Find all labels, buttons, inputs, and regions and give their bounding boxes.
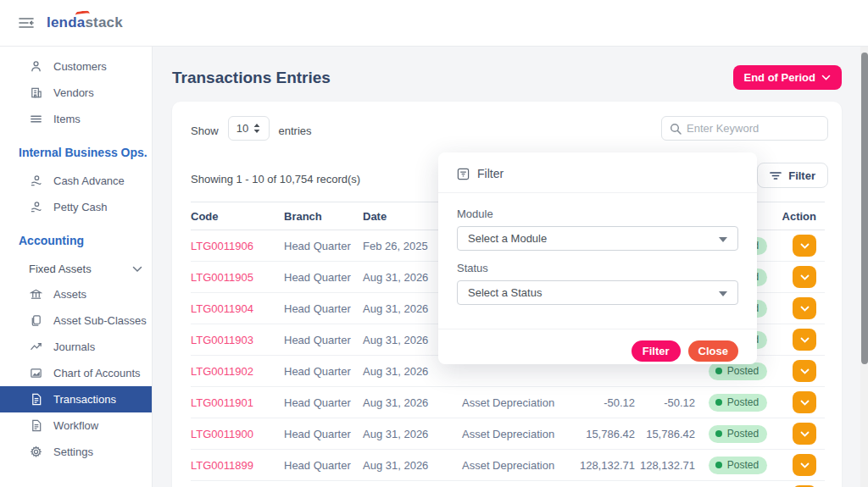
sidebar-item-label: Chart of Accounts: [53, 367, 141, 379]
table-controls: Show 10 entries: [191, 116, 828, 141]
row-action-button[interactable]: [793, 454, 816, 476]
chevron-down-icon: [800, 274, 810, 280]
workflow-icon: [29, 418, 43, 433]
branch-cell: Head Quarter: [284, 428, 363, 440]
sidebar-group-fixed-assets[interactable]: Fixed Assets: [0, 256, 152, 281]
status-dot-icon: [715, 399, 722, 406]
show-label: Show: [191, 125, 219, 137]
column-header-branch[interactable]: Branch: [284, 210, 363, 223]
vertical-scrollbar-track[interactable]: [860, 47, 868, 487]
row-action-button[interactable]: [793, 266, 816, 288]
end-of-period-button[interactable]: End of Period: [733, 65, 843, 90]
status-dot-icon: [715, 462, 722, 468]
transaction-code-link[interactable]: LTG0011905: [191, 271, 253, 284]
branch-cell: Head Quarter: [284, 365, 363, 378]
select-caret-icon: [719, 237, 727, 242]
sidebar-item-label: Cash Advance: [53, 174, 125, 187]
sidebar-item-label: Petty Cash: [53, 201, 108, 213]
filter-modal: Filter Module Select a Module Status Sel…: [438, 152, 757, 364]
module-cell: Asset Depreciation: [462, 396, 565, 409]
chevron-down-icon: [800, 400, 810, 406]
transaction-code-link[interactable]: LTG0011906: [191, 240, 253, 252]
branch-cell: Head Quarter: [284, 459, 363, 472]
chevron-down-icon: [800, 368, 810, 374]
status-select[interactable]: Select a Status: [457, 280, 738, 305]
transaction-code-link[interactable]: LTG0011899: [191, 459, 253, 472]
status-select-value: Select a Status: [468, 286, 542, 299]
status-label: Posted: [727, 459, 759, 471]
branch-cell: Head Quarter: [284, 302, 363, 315]
transaction-code-link[interactable]: LTG0011900: [191, 428, 253, 440]
sidebar-item-petty-cash[interactable]: Petty Cash: [0, 194, 152, 220]
select-caret-icon: [719, 291, 727, 296]
date-cell: Aug 31, 2026: [363, 428, 462, 440]
transaction-code-link[interactable]: LTG0011903: [191, 334, 253, 346]
transaction-code-link[interactable]: LTG0011901: [191, 396, 253, 409]
sidebar: Customers Vendors Items Internal Busines…: [0, 47, 153, 487]
apply-filter-button[interactable]: Filter: [632, 340, 681, 362]
sidebar-item-vendors[interactable]: Vendors: [0, 80, 152, 106]
sidebar-item-workflow[interactable]: Workflow: [0, 412, 152, 439]
sidebar-item-assets[interactable]: Assets: [0, 281, 152, 307]
row-action-button[interactable]: [793, 297, 816, 319]
sidebar-item-customers[interactable]: Customers: [0, 53, 152, 80]
app-logo[interactable]: lendastack: [47, 14, 123, 31]
sidebar-section-accounting: Accounting: [0, 220, 152, 256]
filter-toggle-button[interactable]: Filter: [757, 163, 828, 188]
chevron-down-icon: [800, 431, 810, 437]
module-select[interactable]: Select a Module: [457, 226, 738, 251]
assets-icon: [29, 287, 43, 302]
branch-cell: Head Quarter: [284, 240, 363, 252]
page-title: Transactions Entries: [172, 69, 331, 87]
table-row: LTG0011898 Head Quarter Aug 31, 2026 Ass…: [191, 481, 825, 487]
column-header-code[interactable]: Code: [191, 210, 284, 223]
row-action-button[interactable]: [793, 235, 816, 257]
row-action-button[interactable]: [793, 391, 816, 413]
row-action-button[interactable]: [793, 360, 816, 382]
sidebar-item-label: Assets: [53, 288, 86, 301]
credit-cell: -50.12: [635, 396, 695, 409]
search-input[interactable]: [687, 117, 822, 140]
sidebar-toggle-icon[interactable]: [17, 15, 36, 30]
sidebar-item-settings[interactable]: Settings: [0, 439, 152, 465]
filter-modal-footer: Filter Close: [438, 329, 757, 373]
status-badge: Posted: [709, 425, 767, 443]
sidebar-item-chart-of-accounts[interactable]: Chart of Accounts: [0, 360, 152, 386]
status-dot-icon: [715, 430, 722, 437]
sidebar-item-label: Transactions: [53, 393, 116, 406]
vertical-scrollbar-thumb[interactable]: [861, 53, 868, 364]
sidebar-item-journals[interactable]: Journals: [0, 334, 152, 360]
journals-icon: [29, 340, 43, 354]
row-action-button[interactable]: [793, 329, 816, 351]
sidebar-item-cash-advance[interactable]: Cash Advance: [0, 168, 152, 194]
table-row: LTG0011900 Head Quarter Aug 31, 2026 Ass…: [191, 418, 825, 450]
status-label: Posted: [727, 396, 759, 408]
sidebar-item-items[interactable]: Items: [0, 106, 152, 132]
transaction-code-link[interactable]: LTG0011904: [191, 302, 253, 315]
sidebar-item-asset-sub-classes[interactable]: Asset Sub-Classes: [0, 307, 152, 334]
sidebar-item-transactions[interactable]: Transactions: [0, 386, 152, 412]
asset-sub-classes-icon: [29, 313, 43, 328]
sidebar-item-label: Customers: [53, 60, 107, 73]
column-header-action: Action: [781, 210, 825, 223]
search-icon: [670, 123, 682, 138]
page-size-value: 10: [236, 122, 248, 135]
status-badge: Posted: [709, 394, 767, 412]
search-box: [661, 116, 828, 141]
chevron-down-icon: [800, 462, 810, 468]
page-size-select[interactable]: 10: [228, 116, 270, 141]
customers-icon: [29, 59, 43, 74]
branch-cell: Head Quarter: [284, 334, 363, 346]
module-select-value: Select a Module: [468, 232, 547, 245]
chevron-down-icon: [821, 75, 831, 80]
close-modal-button[interactable]: Close: [688, 340, 738, 362]
module-field-label: Module: [457, 208, 738, 220]
sidebar-item-label: Journals: [53, 340, 95, 353]
filter-box-icon: [457, 168, 470, 180]
credit-cell: 128,132.71: [635, 459, 695, 472]
petty-cash-icon: [29, 200, 43, 214]
transaction-code-link[interactable]: LTG0011902: [191, 365, 253, 378]
row-action-button[interactable]: [793, 423, 816, 445]
chevron-down-icon: [800, 337, 810, 343]
vendors-icon: [29, 86, 43, 100]
